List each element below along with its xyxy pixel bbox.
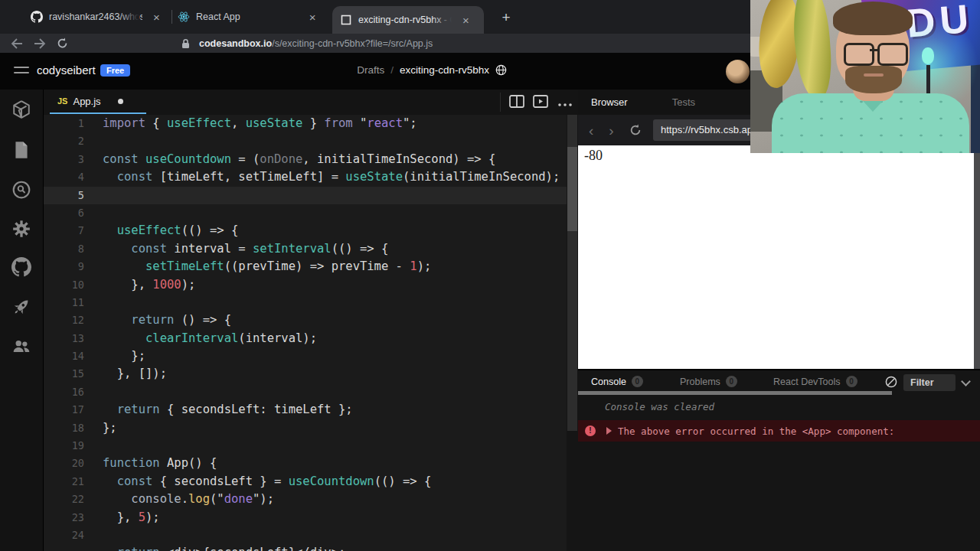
browser-tab-react-app[interactable]: React App × (178, 0, 328, 34)
clear-console-icon[interactable] (885, 376, 897, 388)
back-icon[interactable] (11, 38, 23, 49)
breadcrumb-project[interactable]: exciting-cdn-rv5bhx (400, 64, 489, 76)
code-text: console.log("done"); (84, 491, 274, 508)
github-icon[interactable] (11, 257, 31, 277)
project-cube-icon[interactable] (11, 99, 31, 119)
breadcrumb-folder[interactable]: Drafts (357, 64, 384, 76)
code-line[interactable]: 14 }; (44, 347, 567, 365)
code-editor[interactable]: 1import { useEffect, useState } from "re… (44, 115, 567, 551)
more-options-icon[interactable] (557, 98, 573, 112)
code-line[interactable]: 18}; (44, 419, 567, 437)
globe-icon[interactable] (495, 64, 507, 76)
menu-icon[interactable] (14, 67, 29, 77)
editor-scrollbar[interactable] (567, 115, 578, 551)
new-tab-button[interactable]: + (496, 8, 516, 28)
preview-forward-icon[interactable]: › (609, 123, 613, 138)
settings-gear-icon[interactable] (11, 219, 31, 239)
preview-scrollbar[interactable] (974, 145, 980, 369)
code-line[interactable]: 12 return () => { (44, 311, 567, 329)
console-filter-input[interactable] (903, 374, 956, 391)
problems-count-badge: 0 (726, 376, 737, 387)
unsaved-dot-icon (118, 99, 123, 104)
code-line[interactable]: 20function App() { (44, 455, 567, 472)
tab-console[interactable]: Console 0 (591, 376, 643, 387)
code-line[interactable]: return <div>{secondsLeft}</div>; (44, 544, 567, 551)
code-line[interactable]: 1import { useEffect, useState } from "re… (44, 115, 567, 132)
console-count-badge: 0 (632, 376, 643, 387)
react-favicon-icon (178, 11, 190, 23)
code-line[interactable]: 6 (44, 204, 567, 222)
code-text (84, 383, 103, 401)
line-number: 7 (44, 222, 84, 240)
activity-sidebar (0, 90, 44, 551)
scrollbar-thumb[interactable] (567, 147, 577, 231)
tab-close-icon[interactable]: × (306, 11, 319, 24)
lock-icon (181, 38, 190, 49)
person-beard (845, 66, 902, 93)
line-number: 19 (44, 437, 84, 455)
code-line[interactable]: 5 (44, 187, 567, 204)
tab-problems[interactable]: Problems 0 (680, 376, 737, 387)
code-line[interactable]: 9 setTimeLeft((prevTime) => prevTime - 1… (44, 258, 567, 276)
code-line[interactable]: 7 useEffect(() => { (44, 222, 567, 240)
line-number: 12 (44, 311, 84, 329)
tab-label: Console (591, 377, 626, 387)
filename: App.js (73, 96, 100, 107)
browser-tab-codesandbox-active[interactable]: exciting-cdn-rv5bhx - CodeSa × (332, 6, 484, 34)
line-number: 5 (44, 187, 84, 204)
webcam-overlay: DU (750, 0, 980, 153)
line-number: 6 (44, 204, 84, 222)
reload-icon[interactable] (57, 37, 68, 49)
preview-back-icon[interactable]: ‹ (589, 123, 593, 138)
code-line[interactable]: 21 const { secondsLeft } = useCountdown(… (44, 473, 567, 491)
code-line[interactable]: 2 (44, 132, 567, 150)
code-line[interactable]: 24 (44, 527, 567, 544)
code-line[interactable]: 11 (44, 294, 567, 311)
tab-close-icon[interactable]: × (459, 14, 472, 27)
error-icon: ! (585, 425, 596, 436)
tab-tests[interactable]: Tests (672, 96, 695, 108)
preview-window-icon[interactable] (533, 95, 548, 109)
editor-tab-appjs[interactable]: JS App.js (50, 90, 146, 114)
expand-arrow-icon[interactable] (606, 427, 612, 435)
deploy-rocket-icon[interactable] (11, 297, 31, 317)
live-users-icon[interactable] (11, 337, 31, 357)
code-text (84, 527, 103, 544)
tab-label-fade (432, 6, 452, 34)
preview-refresh-icon[interactable] (629, 124, 642, 136)
line-number: 14 (44, 347, 84, 365)
code-line[interactable]: 15 }, []); (44, 365, 567, 383)
files-icon[interactable] (11, 140, 31, 160)
tab-react-devtools[interactable]: React DevTools 0 (773, 376, 858, 387)
console-cleared-message: Console was cleared (605, 401, 714, 412)
chevron-down-icon[interactable] (961, 377, 971, 386)
code-line[interactable]: 23 }, 5); (44, 509, 567, 527)
console-hscrollbar[interactable] (578, 391, 892, 395)
code-line[interactable]: 17 return { secondsLeft: timeLeft }; (44, 401, 567, 419)
forward-icon[interactable] (34, 38, 46, 49)
avatar[interactable] (726, 60, 750, 83)
split-view-icon[interactable] (509, 95, 524, 109)
code-text: clearInterval(interval); (84, 330, 317, 347)
gold-balloon (791, 0, 834, 100)
browser-tab-github[interactable]: ravishankar2463/whos_that_p × (31, 0, 172, 34)
code-line[interactable]: 13 clearInterval(interval); (44, 330, 567, 347)
code-line[interactable]: 16 (44, 383, 567, 401)
console-error-row[interactable]: ! The above error occurred in the <App> … (578, 420, 980, 442)
code-line[interactable]: 19 (44, 437, 567, 455)
address-bar[interactable]: codesandbox.io/s/exciting-cdn-rv5bhx?fil… (199, 38, 433, 49)
code-line[interactable]: 10 }, 1000); (44, 276, 567, 294)
line-number: 8 (44, 240, 84, 258)
line-number: 4 (44, 168, 84, 186)
code-line[interactable]: 3const useCountdown = (onDone, initialTi… (44, 151, 567, 168)
username[interactable]: codyseibert (37, 64, 96, 77)
glasses-right-lens (877, 43, 908, 66)
tab-close-icon[interactable]: × (150, 11, 163, 24)
person-hair (833, 2, 913, 35)
tab-browser[interactable]: Browser (591, 96, 628, 108)
code-line[interactable]: 4 const [timeLeft, setTimeLeft] = useSta… (44, 168, 567, 186)
code-line[interactable]: 22 console.log("done"); (44, 491, 567, 508)
code-line[interactable]: 8 const interval = setInterval(() => { (44, 240, 567, 258)
search-icon[interactable] (11, 180, 31, 200)
preview-viewport[interactable]: -80 (578, 145, 974, 369)
